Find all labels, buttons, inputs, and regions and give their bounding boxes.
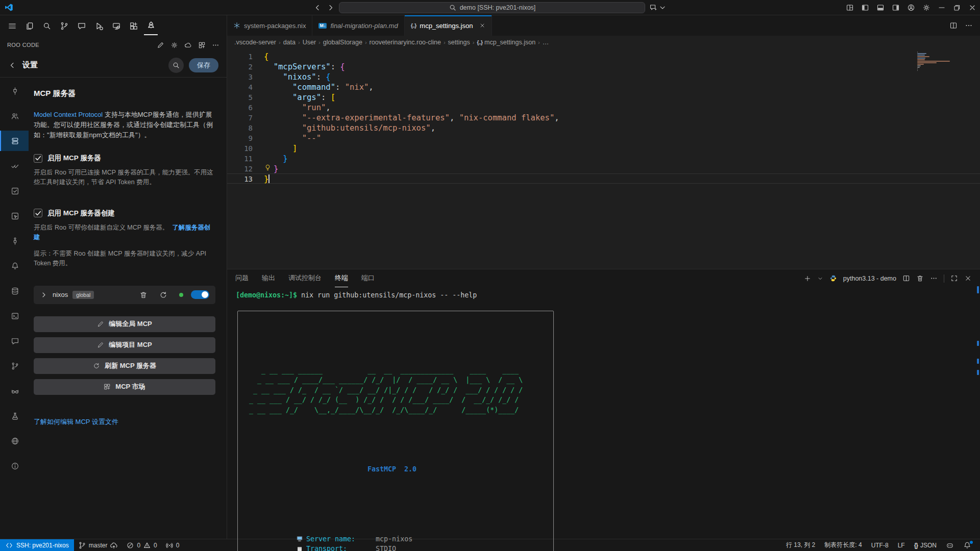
connectors-icon[interactable] <box>0 231 29 251</box>
mcp-action-button-2[interactable]: 刷新 MCP 服务器 <box>34 358 215 374</box>
about-icon[interactable] <box>0 456 29 476</box>
save-button[interactable]: 保存 <box>189 58 218 72</box>
breadcrumb-separator: › <box>537 39 541 45</box>
edit-icon[interactable] <box>157 41 164 49</box>
tab-system-packages.nix[interactable]: system-packages.nix <box>227 15 312 36</box>
close-tab-icon[interactable] <box>479 22 485 29</box>
panel-tab-调试控制台[interactable]: 调试控制台 <box>288 269 322 287</box>
marketplace-icon[interactable] <box>198 41 206 49</box>
providers-icon[interactable] <box>0 81 29 101</box>
code-line-9[interactable]: 9 "--" <box>227 133 980 143</box>
remote-explorer-icon[interactable] <box>109 17 123 35</box>
agents-icon[interactable] <box>0 106 29 126</box>
auto-approve-icon[interactable] <box>0 156 29 176</box>
new-terminal-icon[interactable] <box>804 275 811 282</box>
editor-more-actions-icon[interactable] <box>965 21 973 30</box>
copilot-chat-button[interactable] <box>649 4 667 12</box>
mcp-action-button-3[interactable]: MCP 市场 <box>34 379 215 395</box>
panel-tab-终端[interactable]: 终端 <box>335 269 348 287</box>
more-icon[interactable] <box>212 41 219 49</box>
server-enabled-toggle[interactable] <box>191 290 209 299</box>
maximize-panel-icon[interactable] <box>950 274 958 282</box>
split-terminal-icon[interactable] <box>902 274 910 282</box>
minimap[interactable] <box>917 52 951 71</box>
terminal-dropdown-icon[interactable] <box>817 276 823 282</box>
display-icon[interactable] <box>0 381 29 401</box>
code-editor[interactable]: 1{2 "mcpServers": {3 "nixos": {4 "comman… <box>227 49 980 269</box>
breadcrumb-item[interactable]: globalStorage <box>323 39 362 46</box>
code-line-10[interactable]: 10 ] <box>227 143 980 153</box>
tab-final-migration-plan.md[interactable]: M↓final-migration-plan.md <box>312 15 404 36</box>
code-line-6[interactable]: 6 "run", <box>227 102 980 112</box>
code-line-1[interactable]: 1{ <box>227 51 980 61</box>
mcp-server-row[interactable]: nixos global <box>34 286 215 304</box>
context-icon[interactable] <box>0 281 29 301</box>
cloud-icon[interactable] <box>184 41 192 49</box>
breadcrumb-item[interactable]: {..}mcp_settings.json <box>477 39 535 46</box>
edit-settings-file-link[interactable]: 了解如何编辑 MCP 设置文件 <box>34 417 118 427</box>
code-line-4[interactable]: 4 "command": "nix", <box>227 82 980 92</box>
kill-terminal-icon[interactable] <box>916 274 924 282</box>
terminal-content[interactable]: [demo@nixos:~]$ nix run github:utensils/… <box>227 287 980 551</box>
code-line-3[interactable]: 3 "nixos": { <box>227 71 980 82</box>
breadcrumb-item[interactable]: User <box>303 39 316 46</box>
command-center-search[interactable]: demo [SSH: pve201-nixos] <box>339 2 645 13</box>
lightbulb-icon[interactable] <box>264 164 274 171</box>
checkpoints-icon[interactable] <box>0 181 29 201</box>
browser-icon[interactable] <box>0 206 29 226</box>
roo-code-icon[interactable] <box>144 17 158 35</box>
code-line-7[interactable]: 7 "--extra-experimental-features", "nix-… <box>227 112 980 122</box>
breadcrumb-item[interactable]: rooveterinaryinc.roo-cline <box>370 39 441 46</box>
experimental-icon[interactable] <box>0 356 29 376</box>
code-line-8[interactable]: 8 "github:utensils/mcp-nixos", <box>227 122 980 133</box>
breadcrumb-item[interactable]: settings <box>448 39 470 46</box>
explorer-icon[interactable] <box>22 17 36 35</box>
mcp-action-button-1[interactable]: 编辑项目 MCP <box>34 337 215 353</box>
debug-icon[interactable] <box>92 17 106 35</box>
branch-indicator[interactable]: master <box>74 539 122 551</box>
mcp-action-button-0[interactable]: 编辑全局 MCP <box>34 316 215 332</box>
restart-server-icon[interactable] <box>159 291 167 299</box>
back-arrow-icon[interactable] <box>8 61 16 69</box>
problems-indicator[interactable]: 0 0 <box>122 539 161 551</box>
breadcrumb-item[interactable]: … <box>543 39 549 46</box>
tab-mcp_settings.json[interactable]: {..}mcp_settings.json <box>405 15 493 36</box>
code-line-2[interactable]: 2 "mcpServers": { <box>227 61 980 71</box>
chat-icon[interactable] <box>75 17 88 35</box>
nav-back-icon[interactable] <box>313 4 322 12</box>
source-control-icon[interactable] <box>57 17 71 35</box>
language-icon[interactable] <box>0 431 29 451</box>
code-line-5[interactable]: 5 "args": [ <box>227 92 980 102</box>
ports-indicator[interactable]: 0 <box>161 539 184 551</box>
code-line-13[interactable]: 13} <box>227 173 980 184</box>
enable-creation-checkbox[interactable] <box>34 209 42 217</box>
close-panel-icon[interactable] <box>964 274 972 282</box>
panel-tab-端口[interactable]: 端口 <box>361 269 375 287</box>
search-icon[interactable] <box>40 17 54 35</box>
code-line-12[interactable]: 12} <box>227 163 980 173</box>
prompts-icon[interactable] <box>0 331 29 351</box>
delete-server-icon[interactable] <box>139 291 148 299</box>
mcp-servers-icon[interactable] <box>0 131 29 151</box>
nav-forward-icon[interactable] <box>327 4 335 12</box>
code-line-11[interactable]: 11 } <box>227 153 980 163</box>
panel-tab-输出[interactable]: 输出 <box>262 269 275 287</box>
terminal-env-label[interactable]: python3.13 - demo <box>843 275 896 282</box>
panel-tab-问题[interactable]: 问题 <box>235 269 249 287</box>
experiments-icon[interactable] <box>0 406 29 426</box>
settings-icon[interactable] <box>170 41 178 49</box>
menu-icon[interactable] <box>5 17 19 35</box>
breadcrumb-item[interactable]: data <box>283 39 296 46</box>
mcp-protocol-link[interactable]: Model Context Protocol <box>34 111 103 118</box>
chevron-right-icon[interactable] <box>40 291 48 299</box>
settings-search-button[interactable] <box>168 58 184 73</box>
terminal-settings-icon[interactable] <box>0 306 29 326</box>
notifications-icon[interactable] <box>0 256 29 276</box>
enable-mcp-checkbox[interactable] <box>34 154 42 163</box>
terminal-more-icon[interactable] <box>930 274 938 282</box>
split-editor-icon[interactable] <box>949 21 958 30</box>
breadcrumb-item[interactable]: .vscode-server <box>234 39 276 46</box>
extensions-icon[interactable] <box>127 17 140 35</box>
mcp-description: Model Context Protocol 支持与本地MCP服务通信，提供扩展… <box>34 110 215 140</box>
remote-indicator[interactable]: SSH: pve201-nixos <box>0 539 74 551</box>
